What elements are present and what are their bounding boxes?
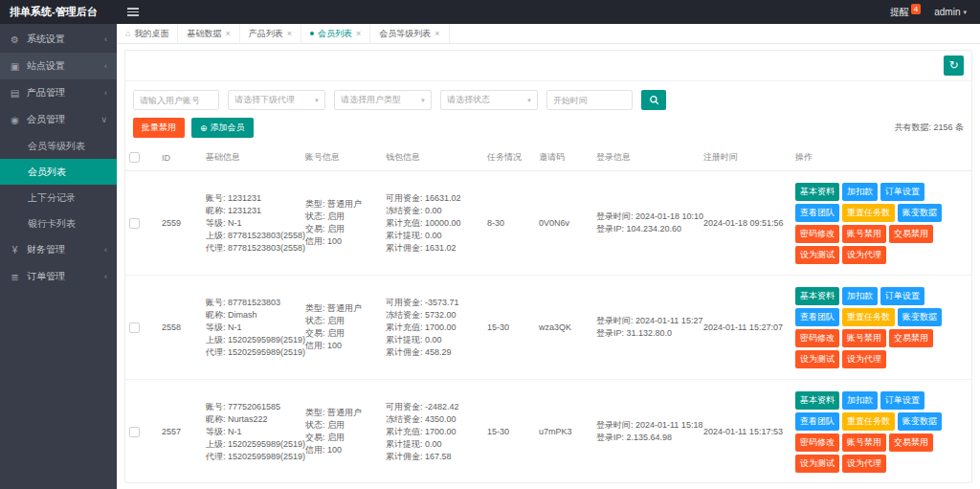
account-change-button[interactable]: 账变数据 bbox=[898, 308, 942, 326]
sidebar-item-order-management[interactable]: ≣ 订单管理 ‹ bbox=[0, 263, 117, 290]
close-icon[interactable]: × bbox=[225, 29, 230, 38]
row-checkbox[interactable] bbox=[129, 427, 140, 437]
account-change-button[interactable]: 账变数据 bbox=[898, 412, 942, 431]
basic-info-button[interactable]: 基本资料 bbox=[795, 183, 839, 201]
sidebar-item-system-settings[interactable]: ⚙ 系统设置 ‹ bbox=[0, 26, 117, 53]
order-setting-button[interactable]: 订单设置 bbox=[880, 183, 924, 201]
tab-basic-data[interactable]: 基础数据 × bbox=[178, 24, 239, 43]
col-basic: 基础信息 bbox=[202, 144, 301, 171]
invite-code: 0V0N6v bbox=[535, 171, 592, 276]
password-edit-button[interactable]: 密码修改 bbox=[795, 225, 839, 243]
trade-disable-button[interactable]: 交易禁用 bbox=[889, 225, 933, 243]
close-icon[interactable]: × bbox=[434, 29, 439, 38]
user-type-select[interactable]: 请选择用户类型 ▼ bbox=[334, 90, 432, 110]
info-line: 登录时间: 2024-01-18 10:10 bbox=[596, 211, 696, 223]
add-deduct-button[interactable]: 加扣款 bbox=[842, 287, 878, 305]
start-time-input[interactable] bbox=[546, 90, 633, 110]
tab-product-list[interactable]: 产品列表 × bbox=[240, 24, 301, 43]
set-agent-button[interactable]: 设为代理 bbox=[842, 350, 886, 368]
set-agent-button[interactable]: 设为代理 bbox=[842, 455, 886, 473]
wallet-info-cell: 可用资金: -2482.42 冻结资金: 4350.00 累计充值: 1700.… bbox=[386, 401, 479, 463]
add-deduct-button[interactable]: 加扣款 bbox=[842, 391, 878, 410]
chevron-down-icon: ▼ bbox=[526, 91, 532, 111]
tab-label: 基础数据 bbox=[187, 28, 221, 40]
row-checkbox[interactable] bbox=[129, 218, 140, 229]
user-menu[interactable]: admin ▾ bbox=[934, 7, 967, 17]
sidebar-item-member-list[interactable]: 会员列表 bbox=[0, 159, 117, 185]
close-icon[interactable]: × bbox=[287, 29, 292, 38]
info-line: 上级: 87781523803(2558) bbox=[206, 230, 298, 242]
password-edit-button[interactable]: 密码修改 bbox=[795, 433, 839, 452]
tab-member-level-list[interactable]: 会员等级列表 × bbox=[370, 24, 449, 43]
chevron-down-icon: ∨ bbox=[100, 115, 107, 124]
refresh-button[interactable]: ↻ bbox=[944, 56, 964, 76]
menu-toggle-icon[interactable] bbox=[117, 0, 149, 24]
basic-info-button[interactable]: 基本资料 bbox=[795, 391, 839, 410]
account-disable-button[interactable]: 账号禁用 bbox=[842, 225, 886, 243]
tab-member-list[interactable]: 会员列表 × bbox=[301, 24, 370, 43]
account-disable-button[interactable]: 账号禁用 bbox=[842, 433, 886, 452]
info-line: 累计提现: 0.00 bbox=[386, 334, 479, 346]
info-line: 上级: 15202595989(2519) bbox=[206, 334, 298, 346]
info-line: 可用资金: 16631.02 bbox=[386, 192, 479, 205]
notice-button[interactable]: 提醒 4 bbox=[890, 6, 921, 19]
register-time: 2024-01-11 15:17:53 bbox=[700, 380, 791, 483]
col-wallet: 钱包信息 bbox=[382, 144, 483, 171]
sidebar-item-finance-management[interactable]: ¥ 财务管理 ‹ bbox=[0, 236, 117, 263]
tab-my-desktop[interactable]: ⌂ 我的桌面 bbox=[117, 24, 178, 43]
sidebar-item-member-level-list[interactable]: 会员等级列表 bbox=[0, 133, 117, 159]
member-table-wrap: ID 基础信息 账号信息 钱包信息 任务情况 邀请码 登录信息 注册时间 操作 bbox=[125, 144, 971, 482]
status-select[interactable]: 请选择状态 ▼ bbox=[440, 90, 538, 110]
order-setting-button[interactable]: 订单设置 bbox=[880, 287, 924, 305]
col-register: 注册时间 bbox=[700, 144, 791, 171]
order-setting-button[interactable]: 订单设置 bbox=[880, 391, 924, 410]
header-right: 提醒 4 admin ▾ bbox=[890, 6, 980, 19]
trade-disable-button[interactable]: 交易禁用 bbox=[889, 329, 933, 347]
sidebar-item-product-management[interactable]: ▤ 产品管理 ‹ bbox=[0, 79, 117, 106]
set-test-button[interactable]: 设为测试 bbox=[795, 350, 839, 368]
account-disable-button[interactable]: 账号禁用 bbox=[842, 329, 886, 347]
account-search-input[interactable] bbox=[133, 90, 219, 110]
sidebar-item-site-settings[interactable]: ▣ 站点设置 ‹ bbox=[0, 53, 117, 79]
add-deduct-button[interactable]: 加扣款 bbox=[842, 183, 878, 201]
info-line: 冻结资金: 4350.00 bbox=[386, 413, 479, 426]
sidebar-item-bank-card-list[interactable]: 银行卡列表 bbox=[0, 211, 117, 236]
row-checkbox[interactable] bbox=[129, 322, 140, 333]
search-button[interactable] bbox=[641, 90, 666, 110]
tab-label: 会员等级列表 bbox=[379, 28, 431, 40]
info-line: 状态: 启用 bbox=[305, 419, 378, 432]
sidebar-item-updown-records[interactable]: 上下分记录 bbox=[0, 185, 117, 211]
member-id: 2557 bbox=[158, 380, 202, 483]
select-all-checkbox[interactable] bbox=[129, 152, 140, 163]
set-test-button[interactable]: 设为测试 bbox=[795, 246, 839, 264]
account-info-cell: 类型: 普通用户 状态: 启用 交易: 启用 信用: 100 bbox=[305, 198, 378, 248]
basic-info-button[interactable]: 基本资料 bbox=[795, 287, 839, 305]
trade-disable-button[interactable]: 交易禁用 bbox=[889, 433, 933, 452]
reset-task-button[interactable]: 重置任务数 bbox=[842, 204, 895, 222]
agent-select[interactable]: 请选择下级代理 ▼ bbox=[228, 90, 325, 110]
set-agent-button[interactable]: 设为代理 bbox=[842, 246, 886, 264]
sidebar-item-member-management[interactable]: ◉ 会员管理 ∨ bbox=[0, 106, 117, 133]
card-toolbar: ↻ bbox=[125, 51, 971, 81]
account-change-button[interactable]: 账变数据 bbox=[898, 204, 942, 222]
info-line: 类型: 普通用户 bbox=[305, 302, 378, 315]
reset-task-button[interactable]: 重置任务数 bbox=[842, 412, 895, 431]
sidebar-item-label: 产品管理 bbox=[27, 86, 65, 100]
view-team-button[interactable]: 查看团队 bbox=[795, 308, 839, 326]
col-login: 登录信息 bbox=[592, 144, 700, 171]
info-line: 等级: N-1 bbox=[206, 217, 298, 230]
view-team-button[interactable]: 查看团队 bbox=[795, 412, 839, 431]
password-edit-button[interactable]: 密码修改 bbox=[795, 329, 839, 347]
notice-badge: 4 bbox=[911, 4, 921, 14]
task-status: 8-30 bbox=[483, 171, 535, 276]
view-team-button[interactable]: 查看团队 bbox=[795, 204, 839, 222]
chevron-left-icon: ‹ bbox=[104, 272, 107, 281]
login-info-cell: 登录时间: 2024-01-11 15:18 登录IP: 2.135.64.98 bbox=[596, 419, 696, 444]
batch-disable-button[interactable]: 批量禁用 bbox=[133, 118, 185, 138]
close-icon[interactable]: × bbox=[356, 29, 361, 38]
reset-task-button[interactable]: 重置任务数 bbox=[842, 308, 895, 326]
add-member-button[interactable]: ⊕ 添加会员 bbox=[191, 118, 254, 138]
chevron-down-icon: ▼ bbox=[314, 91, 320, 111]
task-status: 15-30 bbox=[483, 380, 535, 483]
set-test-button[interactable]: 设为测试 bbox=[795, 455, 839, 473]
